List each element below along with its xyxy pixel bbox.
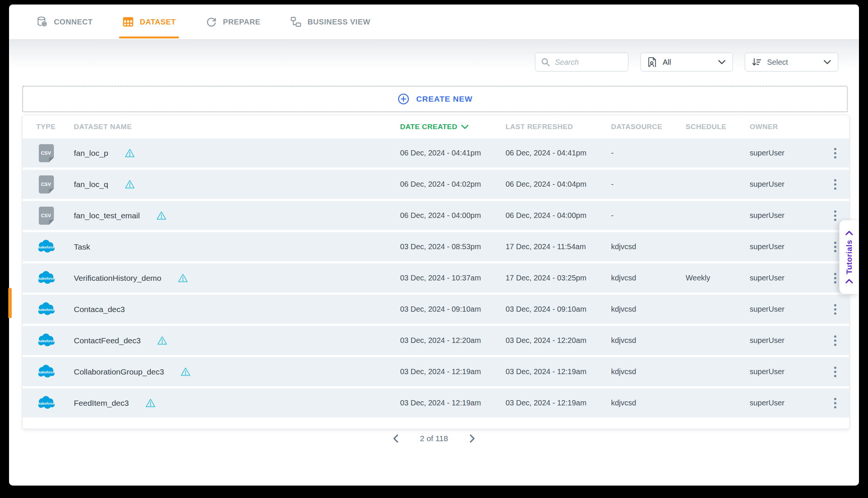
- owner-cell: superUser: [750, 305, 784, 313]
- svg-text:CSV: CSV: [41, 181, 51, 187]
- csv-file-icon: CSV: [36, 206, 57, 226]
- tab-prepare-label: PREPARE: [223, 18, 260, 26]
- row-menu-kebab-icon[interactable]: [831, 332, 839, 349]
- warning-icon: [178, 273, 188, 283]
- row-menu-kebab-icon[interactable]: [831, 301, 839, 318]
- owner-cell: superUser: [750, 180, 784, 188]
- owner-cell: superUser: [750, 242, 784, 251]
- row-menu-kebab-icon[interactable]: [831, 364, 839, 380]
- chevron-up-icon: [845, 231, 853, 235]
- row-menu-kebab-icon[interactable]: [831, 239, 839, 255]
- create-new-label: CREATE NEW: [416, 94, 473, 104]
- dataset-name[interactable]: ContactFeed_dec3: [74, 336, 141, 345]
- datasource-cell: kdjvcsd: [611, 242, 636, 251]
- type-filter-value: All: [663, 58, 718, 67]
- table-row[interactable]: salesforce VerificationHistory_demo 03 D…: [23, 263, 849, 292]
- svg-text:salesforce: salesforce: [38, 277, 54, 280]
- salesforce-icon: salesforce: [36, 330, 57, 351]
- owner-cell: superUser: [750, 367, 784, 376]
- dataset-name[interactable]: CollaborationGroup_dec3: [74, 367, 164, 376]
- next-page-icon[interactable]: [469, 434, 476, 443]
- row-menu-kebab-icon[interactable]: [831, 176, 839, 193]
- row-menu-kebab-icon[interactable]: [831, 145, 839, 161]
- last-refreshed-cell: 03 Dec, 2024 - 12:19am: [506, 367, 587, 376]
- tutorials-label: Tutorials: [845, 240, 854, 274]
- salesforce-icon: salesforce: [36, 299, 57, 320]
- sort-dropdown[interactable]: Select: [745, 53, 838, 72]
- date-created-cell: 03 Dec, 2024 - 08:53pm: [400, 242, 481, 251]
- owner-cell: superUser: [750, 274, 784, 282]
- table-row[interactable]: CSV fan_loc_p 06 Dec, 2024 - 04:41pm 06 …: [23, 139, 849, 168]
- svg-text:salesforce: salesforce: [38, 339, 54, 343]
- sort-amount-icon: [751, 57, 762, 67]
- table-row[interactable]: CSV fan_loc_test_email 06 Dec, 2024 - 04…: [23, 201, 849, 230]
- date-created-cell: 03 Dec, 2024 - 10:37am: [400, 274, 481, 282]
- datasource-cell: -: [611, 211, 614, 219]
- page-indicator: 2 of 118: [420, 434, 448, 443]
- last-refreshed-cell: 03 Dec, 2024 - 09:10am: [506, 305, 587, 313]
- sort-chevron-down-icon: [461, 125, 469, 129]
- salesforce-icon: salesforce: [36, 393, 57, 413]
- dataset-grid-icon: [122, 16, 134, 28]
- dataset-name[interactable]: fan_loc_q: [74, 180, 108, 189]
- dataset-name[interactable]: fan_loc_p: [74, 149, 108, 158]
- search-box: [535, 53, 628, 72]
- csv-file-icon: CSV: [36, 143, 57, 163]
- dataset-name[interactable]: Task: [74, 242, 90, 251]
- table-row[interactable]: CSV fan_loc_q 06 Dec, 2024 - 04:02pm 06 …: [23, 170, 849, 199]
- owner-cell: superUser: [750, 211, 784, 219]
- tab-dataset-label: DATASET: [140, 18, 176, 26]
- datasource-cell: kdjvcsd: [611, 274, 636, 282]
- tab-connect[interactable]: CONNECT: [36, 5, 93, 39]
- left-panel-handle[interactable]: [8, 288, 12, 318]
- dataset-name[interactable]: VerificationHistory_demo: [74, 274, 161, 283]
- warning-icon: [156, 211, 167, 220]
- toolbar: All Select: [535, 53, 838, 72]
- salesforce-icon: salesforce: [36, 237, 57, 257]
- salesforce-icon: salesforce: [36, 268, 57, 288]
- column-header-date-created[interactable]: DATE CREATED: [400, 123, 506, 131]
- create-new-button[interactable]: CREATE NEW: [22, 86, 848, 112]
- column-header-dataset-name: DATASET NAME: [74, 123, 132, 131]
- file-user-icon: [647, 56, 657, 68]
- pagination: 2 of 118: [9, 434, 859, 443]
- warning-icon: [145, 398, 156, 408]
- table-row[interactable]: salesforce CollaborationGroup_dec3 03 De…: [23, 357, 849, 386]
- tutorials-side-tab[interactable]: Tutorials: [839, 220, 859, 294]
- previous-page-icon[interactable]: [392, 434, 399, 443]
- last-refreshed-cell: 03 Dec, 2024 - 12:19am: [506, 399, 587, 407]
- svg-text:salesforce: salesforce: [38, 370, 54, 374]
- table-row[interactable]: salesforce ContactFeed_dec3 03 Dec, 2024…: [23, 326, 849, 355]
- last-refreshed-cell: 06 Dec, 2024 - 04:41pm: [506, 149, 587, 157]
- warning-icon: [157, 336, 167, 345]
- tab-prepare[interactable]: PREPARE: [205, 5, 260, 39]
- column-header-type: TYPE: [36, 123, 56, 131]
- svg-text:CSV: CSV: [41, 150, 51, 156]
- chevron-down-icon: [824, 60, 831, 64]
- row-menu-kebab-icon[interactable]: [831, 207, 839, 224]
- search-input[interactable]: [555, 58, 623, 67]
- last-refreshed-cell: 03 Dec, 2024 - 12:20am: [506, 336, 587, 344]
- svg-text:CSV: CSV: [41, 213, 51, 218]
- table-row[interactable]: salesforce Contaca_dec3 03 Dec, 2024 - 0…: [23, 295, 849, 324]
- row-menu-kebab-icon[interactable]: [831, 270, 839, 286]
- dataset-name[interactable]: FeedItem_dec3: [74, 399, 129, 408]
- datasource-cell: -: [611, 149, 614, 157]
- dataset-name[interactable]: Contaca_dec3: [74, 305, 125, 314]
- tab-connect-label: CONNECT: [54, 18, 93, 26]
- table-row[interactable]: salesforce Task 03 Dec, 2024 - 08:53pm 1…: [23, 232, 849, 261]
- table-row[interactable]: salesforce FeedItem_dec3 03 Dec, 2024 - …: [23, 388, 849, 417]
- row-menu-kebab-icon[interactable]: [831, 395, 839, 411]
- dataset-name[interactable]: fan_loc_test_email: [74, 211, 140, 220]
- type-filter-dropdown[interactable]: All: [640, 53, 733, 72]
- warning-icon: [180, 367, 191, 376]
- last-refreshed-cell: 06 Dec, 2024 - 04:00pm: [506, 211, 587, 219]
- tab-business-view[interactable]: BUSINESS VIEW: [290, 5, 370, 39]
- owner-cell: superUser: [750, 399, 784, 407]
- tab-dataset[interactable]: DATASET: [122, 5, 176, 39]
- warning-icon: [125, 148, 135, 158]
- column-header-owner: OWNER: [750, 123, 778, 131]
- column-header-schedule: SCHEDULE: [686, 123, 727, 131]
- chevron-down-icon: [718, 60, 726, 64]
- prepare-refresh-icon: [205, 16, 217, 28]
